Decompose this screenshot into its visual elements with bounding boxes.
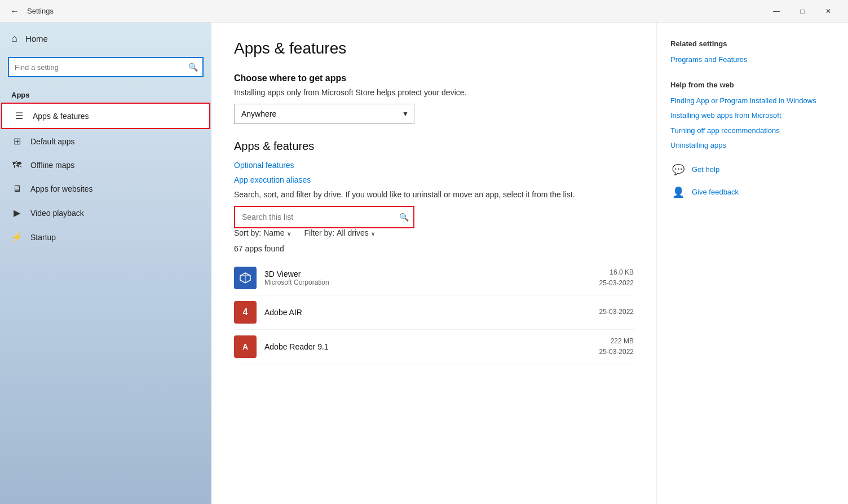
give-feedback-item[interactable]: 👤 Give feedback xyxy=(670,184,834,200)
sidebar-item-default-apps[interactable]: ⊞ Default apps xyxy=(0,129,211,153)
sidebar-home[interactable]: ⌂ Home xyxy=(0,23,211,55)
find-setting-input[interactable] xyxy=(8,57,204,77)
default-apps-icon: ⊞ xyxy=(11,136,23,147)
window-title: Settings xyxy=(27,7,54,15)
app-name-3dviewer: 3D Viewer xyxy=(264,269,591,278)
title-bar: ← Settings — □ ✕ xyxy=(0,0,848,23)
app-info-3dviewer: 3D Viewer Microsoft Corporation xyxy=(264,269,591,286)
help-link-turning-off[interactable]: Turning off app recommendations xyxy=(670,126,834,136)
help-link-installing-web-apps[interactable]: Installing web apps from Microsoft xyxy=(670,110,834,121)
sidebar-item-label-offline-maps: Offline maps xyxy=(30,161,74,170)
filter-chevron-icon[interactable]: ∨ xyxy=(371,231,375,237)
apps-websites-icon: 🖥 xyxy=(11,184,23,194)
sidebar-item-apps-websites[interactable]: 🖥 Apps for websites xyxy=(0,177,211,201)
support-section: 💬 Get help 👤 Give feedback xyxy=(670,162,834,200)
app-meta-adobe-reader: 222 MB 25-03-2022 xyxy=(599,336,634,357)
get-help-icon: 💬 xyxy=(670,162,686,178)
app-info-adobe-reader: Adobe Reader 9.1 xyxy=(264,342,591,351)
sidebar-section-apps: Apps xyxy=(0,86,211,103)
sidebar-item-label-startup: Startup xyxy=(30,233,56,242)
sort-chevron-icon[interactable]: ∨ xyxy=(287,231,291,237)
search-section-desc: Search, sort, and filter by drive. If yo… xyxy=(234,190,634,199)
find-setting-search-icon: 🔍 xyxy=(188,63,198,72)
filter-label: Filter by: All drives∨ xyxy=(304,228,375,237)
sidebar-item-label-video-playback: Video playback xyxy=(30,209,84,218)
apps-features-subtitle: Apps & features xyxy=(234,140,634,153)
sidebar-item-label-apps-websites: Apps for websites xyxy=(30,184,93,193)
programs-features-link[interactable]: Programs and Features xyxy=(670,55,834,65)
app-date-3dviewer: 25-03-2022 xyxy=(599,278,634,289)
sidebar-item-label-apps-features: Apps & features xyxy=(33,112,89,121)
help-link-finding-app[interactable]: Finding App or Program installed in Wind… xyxy=(670,96,834,106)
home-label: Home xyxy=(25,34,48,43)
window-controls: — □ ✕ xyxy=(763,0,841,23)
maximize-button[interactable]: □ xyxy=(789,0,815,23)
choose-desc: Installing apps only from Microsoft Stor… xyxy=(234,88,634,97)
sort-value[interactable]: Name xyxy=(263,228,284,237)
sidebar-item-apps-features[interactable]: ☰ Apps & features xyxy=(1,103,210,129)
right-panel: Related settings Programs and Features H… xyxy=(656,23,848,504)
sidebar-search-wrapper: 🔍 xyxy=(8,57,204,77)
search-list-wrapper: 🔍 xyxy=(234,206,414,228)
startup-icon: ⚡ xyxy=(11,232,23,242)
sidebar-item-offline-maps[interactable]: 🗺 Offline maps xyxy=(0,153,211,177)
sidebar-item-startup[interactable]: ⚡ Startup xyxy=(0,225,211,249)
app-icon-adobe-air: 4 xyxy=(234,301,257,324)
choose-where-section: Choose where to get apps Installing apps… xyxy=(234,73,634,140)
main-container: ⌂ Home 🔍 Apps ☰ Apps & features ⊞ Defaul… xyxy=(0,23,848,504)
help-section: Help from the web Finding App or Program… xyxy=(670,81,834,151)
page-title: Apps & features xyxy=(234,39,634,58)
app-icon-3dviewer xyxy=(234,267,257,289)
related-settings-title: Related settings xyxy=(670,39,834,48)
sidebar-item-label-default-apps: Default apps xyxy=(30,137,75,146)
app-name-adobe-air: Adobe AIR xyxy=(264,308,591,317)
filter-value[interactable]: All drives xyxy=(337,228,369,237)
app-meta-3dviewer: 16.0 KB 25-03-2022 xyxy=(599,267,634,289)
home-icon: ⌂ xyxy=(11,33,17,45)
search-list-input[interactable] xyxy=(234,206,414,228)
back-button[interactable]: ← xyxy=(7,3,23,19)
app-date-adobe-air: 25-03-2022 xyxy=(599,307,634,317)
app-date-adobe-reader: 25-03-2022 xyxy=(599,347,634,357)
sort-filter-row: Sort by: Name∨ Filter by: All drives∨ xyxy=(234,228,634,237)
choose-heading: Choose where to get apps xyxy=(234,73,634,83)
optional-features-link[interactable]: Optional features xyxy=(234,161,634,170)
app-name-adobe-reader: Adobe Reader 9.1 xyxy=(264,342,591,351)
app-publisher-3dviewer: Microsoft Corporation xyxy=(264,278,591,286)
give-feedback-icon: 👤 xyxy=(670,184,686,200)
give-feedback-link[interactable]: Give feedback xyxy=(692,188,739,196)
app-info-adobe-air: Adobe AIR xyxy=(264,308,591,317)
get-help-link[interactable]: Get help xyxy=(692,165,719,174)
video-playback-icon: ▶ xyxy=(11,207,23,218)
app-item-3dviewer[interactable]: 3D Viewer Microsoft Corporation 16.0 KB … xyxy=(234,261,634,295)
content-area: Apps & features Choose where to get apps… xyxy=(211,23,656,504)
get-help-item[interactable]: 💬 Get help xyxy=(670,162,834,178)
sidebar-item-video-playback[interactable]: ▶ Video playback xyxy=(0,201,211,225)
help-link-uninstalling[interactable]: Uninstalling apps xyxy=(670,140,834,151)
app-size-adobe-reader: 222 MB xyxy=(599,336,634,347)
apps-source-dropdown-wrapper: Anywhere The Microsoft Store only (recom… xyxy=(234,104,414,124)
close-button[interactable]: ✕ xyxy=(815,0,841,23)
app-size-3dviewer: 16.0 KB xyxy=(599,267,634,278)
sort-label: Sort by: Name∨ xyxy=(234,228,291,237)
app-icon-adobe-reader: A xyxy=(234,335,257,358)
apps-source-dropdown[interactable]: Anywhere The Microsoft Store only (recom… xyxy=(234,104,414,124)
app-meta-adobe-air: 25-03-2022 xyxy=(599,307,634,317)
app-execution-link[interactable]: App execution aliases xyxy=(234,175,634,184)
apps-features-icon: ☰ xyxy=(14,110,25,121)
app-item-adobe-reader[interactable]: A Adobe Reader 9.1 222 MB 25-03-2022 xyxy=(234,330,634,364)
help-title: Help from the web xyxy=(670,81,834,89)
app-item-adobe-air[interactable]: 4 Adobe AIR 25-03-2022 xyxy=(234,295,634,330)
minimize-button[interactable]: — xyxy=(763,0,789,23)
apps-found-count: 67 apps found xyxy=(234,244,634,253)
offline-maps-icon: 🗺 xyxy=(11,160,23,170)
apps-features-section: Apps & features Optional features App ex… xyxy=(234,140,634,364)
sidebar: ⌂ Home 🔍 Apps ☰ Apps & features ⊞ Defaul… xyxy=(0,23,211,504)
